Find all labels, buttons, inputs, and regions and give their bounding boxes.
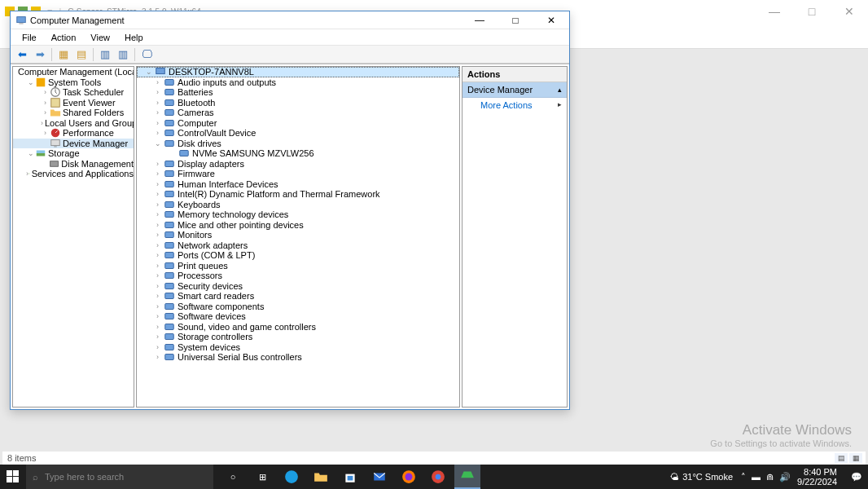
- expand-icon[interactable]: ›: [41, 118, 43, 127]
- device-category[interactable]: ›Keyboards: [137, 200, 459, 210]
- menu-file[interactable]: File: [22, 33, 37, 42]
- taskbar-search[interactable]: ⌕ Type here to search: [26, 465, 213, 489]
- device-manager-pane[interactable]: ⌄ DESKTOP-7ANNV8L ›Audio inputs and outp…: [136, 66, 460, 408]
- device-category[interactable]: ›Software components: [137, 302, 459, 312]
- minimize-button[interactable]: —: [756, 0, 793, 23]
- expand-icon[interactable]: ›: [153, 302, 162, 311]
- expand-icon[interactable]: ›: [153, 98, 162, 107]
- start-button[interactable]: [0, 465, 26, 489]
- taskbar-explorer[interactable]: [308, 465, 334, 489]
- device-category[interactable]: ›Network adapters: [137, 240, 459, 251]
- device-category[interactable]: ›Ports (COM & LPT): [137, 250, 459, 261]
- battery-icon[interactable]: ▬: [752, 472, 761, 482]
- device-category[interactable]: ›Smart card readers: [137, 291, 459, 302]
- device-category[interactable]: ›Cameras: [137, 108, 459, 118]
- collapse-icon[interactable]: ▴: [558, 86, 562, 94]
- navigation-tree[interactable]: Computer Management (Local) ⌄ ⌄ System T…: [12, 66, 134, 408]
- taskbar-mail[interactable]: [366, 465, 392, 489]
- volume-icon[interactable]: 🔊: [779, 472, 791, 482]
- expand-icon[interactable]: ›: [153, 342, 162, 351]
- expand-icon[interactable]: ›: [41, 129, 50, 138]
- expand-icon[interactable]: ›: [153, 261, 162, 270]
- help-button[interactable]: ▥: [97, 47, 113, 62]
- window-titlebar[interactable]: Computer Management — □ ✕: [11, 11, 569, 29]
- expand-icon[interactable]: ›: [153, 108, 162, 117]
- menu-action[interactable]: Action: [51, 33, 77, 42]
- device-category[interactable]: ›System devices: [137, 342, 459, 353]
- task-view-button[interactable]: ⊞: [249, 465, 275, 489]
- expand-icon[interactable]: ›: [153, 210, 162, 219]
- close-button[interactable]: ✕: [831, 0, 868, 23]
- expand-icon[interactable]: ›: [153, 170, 162, 178]
- device-category[interactable]: ›Batteries: [137, 87, 459, 98]
- device-category[interactable]: ›Intel(R) Dynamic Platform and Thermal F…: [137, 189, 459, 200]
- actions-more-actions[interactable]: More Actions: [462, 98, 567, 112]
- taskbar-clock[interactable]: 8:40 PM 9/22/2024: [797, 467, 837, 487]
- refresh-button[interactable]: ▥: [115, 47, 131, 62]
- actions-group-device-manager[interactable]: Device Manager ▴: [462, 82, 567, 98]
- device-scan-button[interactable]: 🖵: [138, 47, 155, 62]
- expand-icon[interactable]: ⌄: [26, 77, 35, 86]
- device-category[interactable]: ›Mice and other pointing devices: [137, 220, 459, 231]
- device-category[interactable]: ›Firmware: [137, 169, 459, 179]
- expand-icon[interactable]: ›: [41, 108, 50, 117]
- close-button[interactable]: ✕: [533, 11, 569, 29]
- device-category[interactable]: ›Print queues: [137, 261, 459, 271]
- expand-icon[interactable]: ›: [153, 129, 162, 138]
- device-category[interactable]: ›Memory technology devices: [137, 209, 459, 220]
- expand-icon[interactable]: ›: [41, 88, 50, 97]
- device-category[interactable]: ›Bluetooth: [137, 98, 459, 108]
- expand-icon[interactable]: ›: [153, 312, 162, 321]
- tree-device-manager[interactable]: Device Manager: [13, 139, 134, 149]
- expand-icon[interactable]: ›: [153, 353, 162, 362]
- device-category[interactable]: ›Processors: [137, 271, 459, 281]
- expand-icon[interactable]: ›: [41, 98, 50, 107]
- details-view-button[interactable]: ▤: [835, 453, 848, 463]
- expand-icon[interactable]: ›: [153, 322, 162, 331]
- show-hide-tree-button[interactable]: ▦: [55, 47, 72, 62]
- forward-button[interactable]: ➡: [32, 47, 48, 62]
- device-category[interactable]: ⌄Disk drives: [137, 139, 459, 149]
- collapse-icon[interactable]: ⌄: [144, 68, 153, 77]
- tree-performance[interactable]: › Performance: [13, 128, 134, 139]
- properties-button[interactable]: ▤: [73, 47, 90, 62]
- expand-icon[interactable]: ›: [153, 220, 162, 229]
- tree-system-tools[interactable]: ⌄ System Tools: [13, 77, 134, 88]
- show-hidden-icons[interactable]: ˄: [741, 472, 746, 482]
- back-button[interactable]: ⬅: [14, 47, 30, 62]
- expand-icon[interactable]: ›: [153, 88, 162, 97]
- expand-icon[interactable]: ›: [153, 251, 162, 260]
- device-category[interactable]: ›Universal Serial Bus controllers: [137, 352, 459, 363]
- taskbar-weather[interactable]: 🌤 31°C Smoke: [670, 472, 733, 482]
- tree-event-viewer[interactable]: › Event Viewer: [13, 98, 134, 108]
- expand-icon[interactable]: ›: [153, 77, 162, 86]
- device-category[interactable]: ›Software devices: [137, 311, 459, 322]
- expand-icon[interactable]: ›: [153, 271, 162, 280]
- expand-icon[interactable]: ›: [153, 333, 162, 341]
- device-category[interactable]: ›Monitors: [137, 230, 459, 240]
- action-center-button[interactable]: 💬: [845, 465, 868, 489]
- tree-disk-management[interactable]: Disk Management: [13, 159, 134, 170]
- tree-task-scheduler[interactable]: › Task Scheduler: [13, 87, 134, 98]
- device-root[interactable]: ⌄ DESKTOP-7ANNV8L: [137, 67, 459, 77]
- taskbar-firefox[interactable]: [396, 465, 422, 489]
- device-category[interactable]: ›Human Interface Devices: [137, 179, 459, 190]
- menu-help[interactable]: Help: [125, 33, 143, 42]
- expand-icon[interactable]: ⌄: [26, 149, 35, 158]
- device-category[interactable]: ›Sound, video and game controllers: [137, 322, 459, 333]
- large-icons-view-button[interactable]: ▦: [849, 453, 862, 463]
- device-category[interactable]: ›ControlVault Device: [137, 128, 459, 139]
- expand-icon[interactable]: ⌄: [153, 139, 162, 148]
- expand-icon[interactable]: ›: [153, 231, 162, 240]
- device-category[interactable]: ›Computer: [137, 118, 459, 129]
- expand-icon[interactable]: ›: [153, 281, 162, 290]
- tree-root[interactable]: Computer Management (Local) ⌄: [13, 67, 134, 77]
- tree-services[interactable]: › Services and Applications: [13, 169, 134, 179]
- expand-icon[interactable]: ›: [153, 118, 162, 127]
- maximize-button[interactable]: □: [793, 0, 831, 23]
- expand-icon[interactable]: ›: [153, 200, 162, 209]
- minimize-button[interactable]: —: [462, 11, 498, 29]
- device-category[interactable]: ›Audio inputs and outputs: [137, 77, 459, 88]
- wifi-icon[interactable]: ⋒: [766, 472, 774, 482]
- taskbar-edge[interactable]: [278, 465, 305, 489]
